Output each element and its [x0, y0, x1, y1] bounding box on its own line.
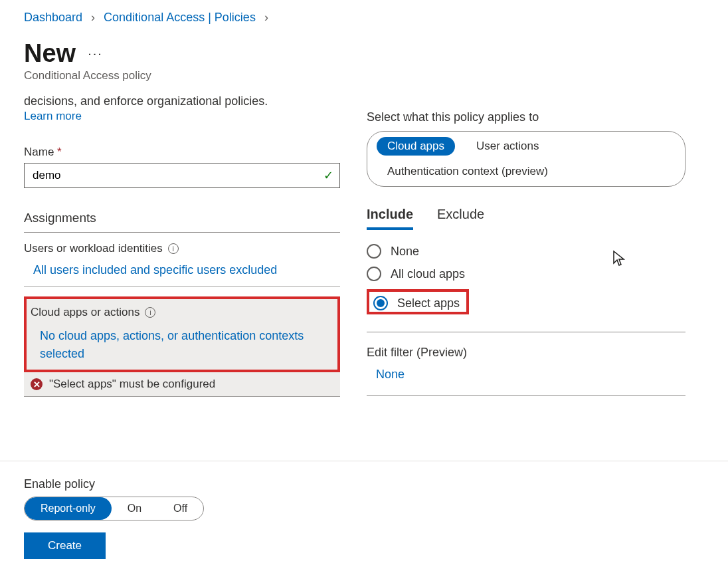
- radio-select-apps-label: Select apps: [397, 296, 460, 310]
- radio-none-label: None: [391, 245, 419, 259]
- footer-divider: [0, 461, 728, 461]
- enable-policy-toggle: Report-only On Off: [24, 497, 204, 520]
- radio-icon: [367, 244, 381, 259]
- required-asterisk-icon: *: [57, 146, 62, 158]
- include-exclude-tabs: Include Exclude: [367, 207, 685, 231]
- page-subtitle: Conditional Access policy: [24, 69, 728, 82]
- page-title: New: [24, 39, 76, 68]
- toggle-off[interactable]: Off: [157, 497, 203, 520]
- assignments-header: Assignments: [24, 211, 340, 233]
- tab-exclude[interactable]: Exclude: [437, 207, 484, 230]
- breadcrumb: Dashboard › Conditional Access | Policie…: [24, 11, 728, 25]
- chevron-right-icon: ›: [91, 11, 95, 24]
- edit-filter-value[interactable]: None: [367, 368, 685, 396]
- toggle-report-only[interactable]: Report-only: [25, 497, 112, 520]
- breadcrumb-dashboard[interactable]: Dashboard: [24, 11, 82, 24]
- breadcrumb-conditional-access[interactable]: Conditional Access | Policies: [104, 11, 256, 24]
- pill-user-actions[interactable]: User actions: [466, 137, 549, 156]
- info-icon[interactable]: i: [145, 307, 155, 318]
- error-icon: ✕: [31, 378, 43, 390]
- users-identities-value[interactable]: All users included and specific users ex…: [24, 263, 340, 277]
- radio-all-cloud-apps[interactable]: All cloud apps: [367, 267, 685, 281]
- radio-icon: [373, 296, 388, 310]
- info-icon[interactable]: i: [168, 243, 179, 254]
- create-button[interactable]: Create: [24, 532, 106, 559]
- toggle-on[interactable]: On: [112, 497, 157, 520]
- radio-select-apps-highlighted: Select apps: [367, 289, 469, 314]
- radio-none[interactable]: None: [367, 244, 685, 259]
- cloud-apps-value[interactable]: No cloud apps, actions, or authenticatio…: [31, 327, 333, 363]
- users-identities-label[interactable]: Users or workload identities i: [24, 242, 340, 255]
- tab-include[interactable]: Include: [367, 207, 413, 230]
- error-message: "Select apps" must be configured: [49, 378, 215, 391]
- applies-to-selector: Cloud apps User actions Authentication c…: [367, 131, 685, 187]
- cloud-apps-label: Cloud apps or actions i: [31, 306, 333, 319]
- validation-error: ✕ "Select apps" must be configured: [24, 372, 340, 397]
- pill-auth-context[interactable]: Authentication context (preview): [377, 162, 559, 181]
- checkmark-icon: ✓: [323, 168, 333, 183]
- policy-description: decisions, and enforce organizational po…: [24, 94, 340, 108]
- cloud-apps-section-highlighted[interactable]: Cloud apps or actions i No cloud apps, a…: [24, 296, 340, 372]
- radio-all-cloud-apps-label: All cloud apps: [391, 267, 465, 281]
- policy-name-input[interactable]: [24, 163, 340, 188]
- name-label: Name *: [24, 146, 340, 159]
- chevron-right-icon: ›: [264, 11, 268, 24]
- radio-select-apps[interactable]: Select apps: [373, 296, 460, 310]
- pill-cloud-apps[interactable]: Cloud apps: [377, 137, 455, 156]
- applies-to-label: Select what this policy applies to: [367, 110, 685, 124]
- include-radio-group: None All cloud apps Select apps: [367, 244, 685, 332]
- edit-filter-label: Edit filter (Preview): [367, 346, 685, 360]
- enable-policy-label: Enable policy: [24, 477, 340, 491]
- radio-icon: [367, 267, 381, 281]
- more-menu-icon[interactable]: ···: [88, 46, 103, 61]
- learn-more-link[interactable]: Learn more: [24, 110, 82, 122]
